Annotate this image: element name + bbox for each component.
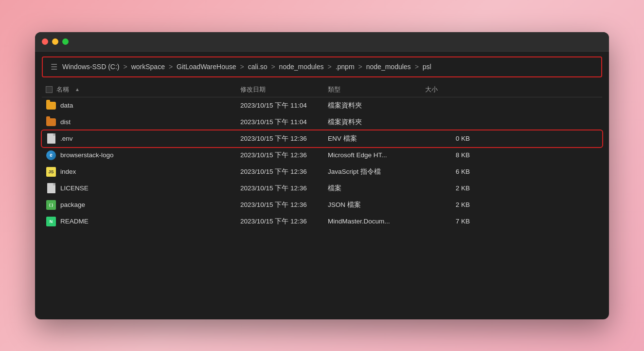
file-name-cell: data [46, 100, 240, 111]
table-rows: data 2023/10/15 下午 11:04 檔案資料夾 dist 2023… [42, 97, 602, 230]
file-date: 2023/10/15 下午 11:04 [240, 101, 328, 110]
edge-icon: e [46, 150, 56, 160]
breadcrumb-item-7[interactable]: psl [423, 63, 431, 71]
file-icon-wrapper: e [46, 150, 56, 161]
sort-arrow: ▲ [75, 87, 80, 92]
file-icon [47, 133, 55, 144]
file-date: 2023/10/15 下午 12:36 [240, 151, 328, 160]
js-icon: JS [46, 167, 56, 177]
breadcrumb-sep-0: > [123, 63, 127, 71]
file-type: JavaScript 指令檔 [328, 167, 425, 176]
breadcrumb-sep-4: > [327, 63, 331, 71]
col-header-size: 大小 [425, 85, 474, 94]
file-icon-wrapper [46, 100, 56, 111]
file-date: 2023/10/15 下午 12:36 [240, 217, 328, 226]
file-icon-wrapper [46, 183, 56, 194]
file-type: JSON 檔案 [328, 201, 425, 209]
breadcrumb-item-0[interactable]: Windows-SSD (C:) [62, 63, 119, 71]
table-row[interactable]: dist 2023/10/15 下午 11:04 檔案資料夾 [42, 114, 602, 130]
file-date: 2023/10/15 下午 12:36 [240, 167, 328, 176]
minimize-button[interactable] [52, 38, 58, 45]
breadcrumb-item-1[interactable]: workSpace [131, 63, 165, 71]
folder-icon [46, 102, 56, 110]
file-icon-wrapper: N [46, 216, 56, 227]
file-name: data [60, 102, 73, 109]
breadcrumb-item-4[interactable]: node_modules [279, 63, 324, 71]
maximize-button[interactable] [62, 38, 69, 45]
file-size: 6 KB [425, 168, 474, 175]
close-button[interactable] [42, 38, 48, 45]
file-date: 2023/10/15 下午 11:04 [240, 118, 328, 127]
json-icon: { } [46, 200, 56, 210]
mindmaster-icon: N [46, 217, 56, 226]
file-name-cell: N README [46, 216, 240, 227]
file-icon-wrapper [46, 117, 56, 128]
file-icon-wrapper [46, 133, 56, 144]
file-table: 名稱 ▲ 修改日期 類型 大小 data 2023/10/15 下午 11:04… [35, 82, 609, 230]
file-explorer-window: ☰ Windows-SSD (C:) > workSpace > GitLoad… [35, 32, 609, 319]
file-icon-wrapper: JS [46, 166, 56, 177]
table-row[interactable]: N README 2023/10/15 下午 12:36 MindMaster.… [42, 213, 602, 230]
file-icon [47, 183, 55, 193]
breadcrumb-bar[interactable]: ☰ Windows-SSD (C:) > workSpace > GitLoad… [42, 56, 602, 77]
table-row[interactable]: LICENSE 2023/10/15 下午 12:36 檔案 2 KB [42, 180, 602, 197]
file-size: 0 KB [425, 135, 474, 142]
file-type: 檔案資料夾 [328, 118, 425, 127]
file-type: Microsoft Edge HT... [328, 151, 425, 159]
file-type: MindMaster.Docum... [328, 218, 425, 225]
breadcrumb-sep-6: > [415, 63, 419, 71]
breadcrumb-sep-5: > [358, 63, 362, 71]
breadcrumb-sep-1: > [169, 63, 173, 71]
file-type: ENV 檔案 [328, 134, 425, 143]
table-row[interactable]: { } package 2023/10/15 下午 12:36 JSON 檔案 … [42, 197, 602, 213]
breadcrumb-item-6[interactable]: node_modules [366, 63, 411, 71]
file-date: 2023/10/15 下午 12:36 [240, 184, 328, 193]
file-date: 2023/10/15 下午 12:36 [240, 201, 328, 209]
file-name: index [60, 168, 76, 175]
file-type: 檔案資料夾 [328, 101, 425, 110]
folder-icon [46, 118, 56, 126]
file-name-cell: e browserstack-logo [46, 150, 240, 161]
titlebar [35, 32, 609, 52]
file-type: 檔案 [328, 184, 425, 193]
file-size: 2 KB [425, 201, 474, 208]
file-size: 2 KB [425, 185, 474, 192]
breadcrumb-item-2[interactable]: GitLoadWareHouse [177, 63, 236, 71]
file-size: 7 KB [425, 218, 474, 225]
col-header-date: 修改日期 [240, 85, 328, 94]
file-name-cell: { } package [46, 200, 240, 210]
header-name-col: 名稱 ▲ [46, 85, 240, 94]
col-header-type: 類型 [328, 85, 425, 94]
table-row[interactable]: e browserstack-logo 2023/10/15 下午 12:36 … [42, 147, 602, 164]
file-icon-wrapper: { } [46, 200, 56, 210]
breadcrumb: Windows-SSD (C:) > workSpace > GitLoadWa… [62, 63, 431, 71]
file-name: LICENSE [60, 185, 89, 192]
file-name-cell: JS index [46, 166, 240, 177]
file-name: dist [60, 118, 71, 126]
breadcrumb-sep-3: > [271, 63, 275, 71]
breadcrumb-item-3[interactable]: cali.so [248, 63, 268, 71]
file-name: .env [60, 135, 73, 142]
col-header-name: 名稱 [56, 85, 69, 94]
file-name: README [60, 218, 89, 225]
file-name: browserstack-logo [60, 151, 114, 159]
table-row[interactable]: data 2023/10/15 下午 11:04 檔案資料夾 [42, 97, 602, 114]
file-name-cell: LICENSE [46, 183, 240, 194]
breadcrumb-item-5[interactable]: .pnpm [336, 63, 355, 71]
file-name-cell: .env [46, 133, 240, 144]
breadcrumb-sep-2: > [240, 63, 244, 71]
nav-icon: ☰ [51, 62, 57, 72]
select-all-checkbox[interactable] [46, 86, 53, 93]
file-name: package [60, 201, 85, 208]
file-name-cell: dist [46, 117, 240, 128]
file-date: 2023/10/15 下午 12:36 [240, 134, 328, 143]
table-header: 名稱 ▲ 修改日期 類型 大小 [42, 82, 602, 97]
table-row[interactable]: JS index 2023/10/15 下午 12:36 JavaScript … [42, 164, 602, 180]
table-row[interactable]: .env 2023/10/15 下午 12:36 ENV 檔案 0 KB [42, 130, 602, 147]
file-size: 8 KB [425, 151, 474, 159]
